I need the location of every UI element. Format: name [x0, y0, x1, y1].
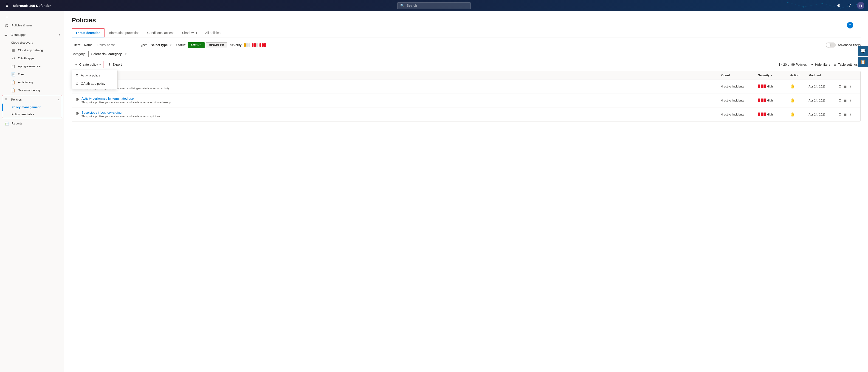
col-header-severity[interactable]: Severity ▼ [758, 73, 790, 77]
policy-name-cell: ⚙ Activity This policy profiles your env… [75, 83, 721, 90]
policy-name[interactable]: Activity performed by terminated user [82, 97, 174, 100]
policy-modified: Apr 24, 2023 [808, 113, 838, 116]
col-header-modified[interactable]: Modified [808, 73, 838, 77]
policy-modified: Apr 24, 2023 [808, 99, 838, 102]
type-filter-select[interactable]: Select type ▾ [148, 42, 174, 48]
col-header-action[interactable]: Action [790, 73, 808, 77]
oauth-apps-icon: ⟲ [11, 56, 15, 60]
table-settings-label: Table settings [838, 63, 858, 66]
sidebar-item-cloud-apps[interactable]: ☁ Cloud apps ∧ [0, 31, 64, 39]
settings-action-icon[interactable]: ⚙ [838, 98, 842, 103]
settings-action-icon[interactable]: ⚙ [838, 112, 842, 117]
chevron-down-icon: ▾ [125, 53, 126, 55]
dropdown-item-oauth-app-policy[interactable]: ⚙ OAuth app policy [72, 80, 117, 88]
sidebar-item-label: Policies & rules [11, 24, 33, 27]
sidebar-item-files[interactable]: 📄 Files [0, 70, 64, 78]
sidebar-item-label: Governance log [18, 89, 40, 92]
category-filter-select[interactable]: Select risk category ▾ [88, 51, 128, 57]
page-title: Policies [72, 17, 96, 24]
tab-shadow-it[interactable]: Shadow IT [178, 29, 202, 37]
waffle-menu-icon[interactable]: ⠿ [4, 2, 10, 9]
advanced-filters-switch[interactable] [826, 42, 836, 48]
tab-all-policies[interactable]: All policies [202, 29, 224, 37]
list-action-icon[interactable]: ☰ [843, 84, 847, 89]
create-policy-dropdown: ⚙ Activity policy ⚙ OAuth app policy [72, 70, 118, 89]
tab-information-protection[interactable]: Information protection [104, 29, 143, 37]
governance-log-icon: 📋 [11, 88, 15, 93]
search-input[interactable] [407, 4, 468, 7]
tab-threat-detection[interactable]: Threat detection [72, 29, 104, 37]
category-filter-label: Category: [72, 52, 86, 56]
sidebar-item-cloud-app-catalog[interactable]: ▦ Cloud app catalog [0, 46, 64, 54]
status-active-button[interactable]: ACTIVE [188, 42, 205, 48]
type-filter-label: Type: [139, 43, 147, 47]
policy-name-cell: ⚙ Suspicious inbox forwarding This polic… [75, 111, 721, 118]
policy-row-icon: ⚙ [75, 97, 79, 102]
help-button[interactable]: ? [847, 22, 853, 29]
more-action-icon[interactable]: ⋮ [848, 112, 852, 117]
advanced-filters-toggle[interactable]: Advanced filters [826, 42, 861, 48]
feedback-button[interactable]: 📋 [858, 57, 868, 67]
help-icon[interactable]: ? [846, 2, 853, 9]
filters-label: Filters: [72, 43, 81, 47]
oauth-app-policy-icon: ⚙ [75, 82, 79, 86]
severity-low-icon[interactable] [244, 43, 250, 46]
sidebar-item-policy-templates[interactable]: Policy templates [2, 111, 62, 118]
create-policy-button[interactable]: ＋ Create policy ▾ [72, 61, 104, 68]
sidebar: ☰ ⚖ Policies & rules ☁ Cloud apps ∧ Clou… [0, 11, 64, 372]
severity-medium-icon[interactable] [252, 43, 258, 46]
table-settings-button[interactable]: ⊞ Table settings ▾ [834, 63, 861, 66]
more-action-icon[interactable]: ⋮ [848, 84, 852, 89]
severity-label: High [767, 113, 773, 116]
sidebar-item-policies[interactable]: ≡ Policies ∧ [2, 95, 62, 103]
more-action-icon[interactable]: ⋮ [848, 98, 852, 103]
cloud-apps-icon: ☁ [4, 33, 8, 37]
sidebar-item-cloud-discovery[interactable]: Cloud discovery [0, 39, 64, 46]
policy-name[interactable]: Suspicious inbox forwarding [82, 111, 163, 114]
search-bar[interactable]: 🔍 [397, 2, 471, 9]
chevron-down-icon: ▾ [99, 63, 101, 66]
tab-conditional-access[interactable]: Conditional access [143, 29, 178, 37]
reports-icon: 📊 [5, 121, 9, 126]
col-header-count[interactable]: Count [721, 73, 758, 77]
sidebar-item-reports[interactable]: 📊 Reports [0, 119, 64, 128]
sidebar-item-policies-rules[interactable]: ⚖ Policies & rules [0, 21, 64, 30]
export-button[interactable]: ⬇ Export [105, 61, 124, 68]
status-disabled-button[interactable]: DISABLED [206, 42, 227, 48]
list-action-icon[interactable]: ☰ [843, 112, 847, 117]
name-filter-input[interactable] [95, 42, 136, 48]
name-filter-group: Name: [84, 42, 136, 48]
sidebar-item-activity-log[interactable]: 📋 Activity log [0, 78, 64, 86]
sidebar-item-policy-management[interactable]: Policy management [2, 103, 62, 111]
settings-action-icon[interactable]: ⚙ [838, 84, 842, 89]
settings-icon[interactable]: ⚙ [835, 2, 842, 9]
policy-action-icons: ⚙ ☰ ⋮ [838, 84, 857, 89]
hide-filters-button[interactable]: ▼ Hide filters [810, 63, 830, 66]
chat-support-button[interactable]: 💬 [858, 46, 868, 56]
sidebar-item-app-governance[interactable]: ◫ App governance [0, 62, 64, 70]
avatar[interactable]: TT [857, 2, 864, 9]
policy-count: 0 active incidents [721, 113, 758, 116]
toolbar: ＋ Create policy ▾ ⬇ Export 1 - 20 of 99 … [72, 61, 861, 68]
oauth-app-policy-label: OAuth app policy [81, 82, 105, 86]
chevron-up-icon: ∧ [58, 33, 60, 36]
advanced-filters-label: Advanced filters [838, 43, 861, 47]
severity-icons [244, 43, 266, 46]
col-header-name[interactable]: Name [75, 73, 721, 77]
sidebar-item-label: Cloud apps [10, 33, 26, 36]
sidebar-item-oauth-apps[interactable]: ⟲ OAuth apps [0, 54, 64, 62]
severity-filter-label: Severity: [230, 43, 242, 47]
sidebar-item-governance-log[interactable]: 📋 Governance log [0, 86, 64, 94]
files-icon: 📄 [11, 72, 15, 76]
policy-action-icons: ⚙ ☰ ⋮ [838, 98, 857, 103]
sidebar-menu-button[interactable]: ☰ [2, 13, 62, 21]
severity-high-icon[interactable] [259, 43, 266, 46]
policy-count: 1 - 20 of 99 Policies [778, 63, 807, 66]
table-settings-icon: ⊞ [834, 63, 837, 66]
list-action-icon[interactable]: ☰ [843, 98, 847, 103]
toolbar-container: ＋ Create policy ▾ ⬇ Export 1 - 20 of 99 … [72, 61, 861, 68]
activity-policy-label: Activity policy [81, 73, 100, 77]
dropdown-item-activity-policy[interactable]: ⚙ Activity policy [72, 71, 117, 80]
policy-count: 0 active incidents [721, 99, 758, 102]
table-row: ⚙ Suspicious inbox forwarding This polic… [72, 107, 861, 121]
